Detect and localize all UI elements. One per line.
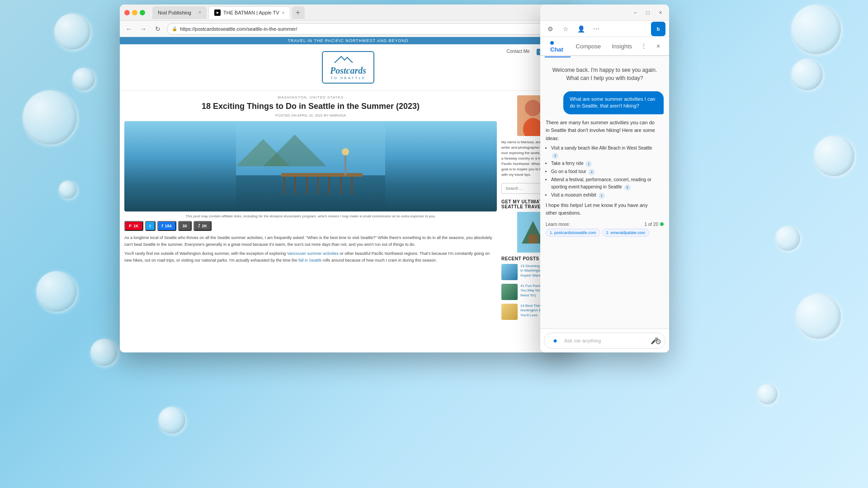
browser-tabs: Nod Publishing × ▶ THE BATMAN | Apple TV…: [152, 6, 572, 19]
forward-button[interactable]: →: [138, 23, 149, 34]
tab-insights-label: Insights: [612, 43, 632, 50]
tab-insights[interactable]: Insights: [606, 39, 637, 53]
close-window-btn[interactable]: [124, 10, 130, 15]
logo-sub-text: TO SEATTLE: [330, 76, 366, 80]
fall-seattle-link[interactable]: fall in Seattle: [298, 258, 322, 263]
bing-minimize-btn[interactable]: −: [630, 8, 640, 18]
twitter-share-btn[interactable]: t: [145, 221, 156, 231]
bing-nav-more: ⋮ ×: [637, 40, 665, 52]
article-location: WASHINGTON, UNITED STATES: [124, 95, 497, 99]
more-options-icon[interactable]: ⋯: [590, 23, 603, 35]
ref-4[interactable]: 3: [624, 184, 631, 191]
source-chips: 1. postcardstoseattle.com 2. emeraldpala…: [546, 229, 664, 237]
bing-close-btn[interactable]: ×: [656, 8, 665, 18]
bing-response-outro: I hope this helps! Let me know if you ha…: [546, 202, 658, 217]
browser-window: Nod Publishing × ▶ THE BATMAN | Apple TV…: [120, 5, 576, 352]
bing-logo-btn[interactable]: b: [651, 22, 665, 36]
svg-rect-1: [236, 175, 385, 211]
nav-close-icon[interactable]: ×: [652, 40, 665, 52]
profile-icon[interactable]: 👤: [575, 23, 587, 35]
nav-more-icon[interactable]: ⋮: [637, 40, 650, 52]
ref-5[interactable]: 1: [599, 192, 605, 199]
tab-nod-publishing-label: Nod Publishing: [158, 10, 191, 15]
status-dot: [660, 222, 664, 226]
tab-compose-label: Compose: [576, 43, 601, 50]
contact-link[interactable]: Contact Me: [507, 49, 530, 55]
tab-batman-close[interactable]: ×: [282, 10, 285, 15]
refresh-button[interactable]: ↻: [152, 23, 163, 34]
share-btn[interactable]: ⤴ 2K: [193, 221, 212, 231]
site-banner-text: TRAVEL IN THE PACIFIC NORTHWEST AND BEYO…: [288, 38, 409, 43]
svg-rect-4: [281, 173, 363, 177]
minimize-window-btn[interactable]: [132, 10, 137, 15]
bing-maximize-btn[interactable]: □: [643, 8, 653, 18]
site-content: Contact Me Work With Me Postcards TO SEA…: [120, 44, 576, 352]
bing-settings-bottom-btn[interactable]: ⚙: [652, 335, 665, 348]
maximize-window-btn[interactable]: [140, 10, 145, 15]
bing-input-placeholder-text[interactable]: Ask me anything: [564, 338, 645, 343]
favorites-icon[interactable]: ☆: [559, 23, 572, 35]
bing-input-box: ● Ask me anything 🎤: [544, 333, 665, 349]
source-chip-2[interactable]: 2. emeraldpalate.com: [602, 229, 650, 237]
ref-2[interactable]: 1: [585, 161, 592, 167]
settings-icon[interactable]: ⚙: [544, 23, 557, 35]
recent-post-img-2: [501, 284, 518, 300]
tab-nod-publishing-close[interactable]: ×: [198, 10, 201, 15]
unknown-share-btn[interactable]: 30: [178, 221, 192, 231]
svg-rect-11: [351, 177, 353, 195]
learn-more-label: Learn more:: [546, 222, 570, 227]
bing-input-bing-icon[interactable]: ●: [550, 335, 561, 346]
article-title: 18 Exciting Things to Do in Seattle in t…: [124, 101, 497, 112]
tab-chat[interactable]: Chat: [545, 36, 571, 56]
tab-nod-publishing[interactable]: Nod Publishing ×: [152, 6, 207, 19]
logo-box: Postcards TO SEATTLE: [322, 51, 374, 84]
unknown-count: 30: [183, 224, 187, 228]
logo-main-text: Postcards: [330, 66, 366, 76]
svg-rect-5: [283, 177, 285, 195]
svg-rect-19: [528, 235, 538, 244]
bing-toolbar: ⚙ ☆ 👤 ⋯ b: [540, 21, 669, 37]
tab-compose[interactable]: Compose: [571, 39, 607, 53]
user-message-bubble: What are some summer activities I can do…: [563, 91, 664, 114]
pinterest-icon: P: [129, 224, 132, 228]
new-tab-btn[interactable]: +: [292, 6, 305, 19]
article-left: WASHINGTON, UNITED STATES 18 Exciting Th…: [124, 95, 497, 324]
lock-icon: 🔒: [172, 26, 177, 31]
article-main: WASHINGTON, UNITED STATES 18 Exciting Th…: [120, 91, 576, 328]
ref-3[interactable]: 2: [589, 169, 595, 175]
address-bar[interactable]: 🔒 https://postcardstoseattle.com/seattle…: [167, 23, 573, 35]
bing-chat-panel: − □ × ⚙ ☆ 👤 ⋯ b Chat Compose Insights ⋮ …: [540, 5, 669, 352]
svg-rect-10: [340, 177, 341, 195]
tab-batman[interactable]: ▶ THE BATMAN | Apple TV ×: [208, 6, 290, 19]
pinterest-share-btn[interactable]: P 1K: [124, 221, 143, 231]
facebook-share-btn[interactable]: f 184: [157, 221, 176, 231]
site-header: Contact Me Work With Me Postcards TO SEA…: [120, 44, 576, 91]
share-icon: ⤴: [198, 224, 200, 228]
svg-point-13: [342, 148, 349, 155]
svg-rect-7: [306, 177, 307, 195]
site-banner: TRAVEL IN THE PACIFIC NORTHWEST AND BEYO…: [120, 37, 576, 44]
traffic-lights: [124, 10, 145, 15]
facebook-icon: f: [162, 224, 163, 228]
list-item: Visit a sandy beach like Alki Beach in W…: [551, 145, 658, 159]
site-logo[interactable]: Postcards TO SEATTLE: [322, 51, 374, 84]
facebook-count: 184: [165, 224, 172, 228]
bing-response-message: There are many fun summer activities you…: [546, 119, 658, 217]
list-item: Attend a festival, performance, concert,…: [551, 176, 658, 191]
source-chip-1[interactable]: 1. postcardstoseattle.com: [546, 229, 600, 237]
ref-1[interactable]: 3: [552, 153, 558, 159]
list-item: Take a ferry ride 1: [551, 160, 658, 167]
bing-input-area: ● Ask me anything 🎤: [540, 328, 669, 352]
bing-welcome-message: Welcome back. I'm happy to see you again…: [546, 61, 664, 87]
tab-batman-label: THE BATMAN | Apple TV: [223, 10, 279, 15]
back-button[interactable]: ←: [123, 23, 134, 34]
vancouver-link[interactable]: Vancouver summer activities: [287, 251, 339, 256]
pinterest-count: 1K: [133, 224, 139, 228]
article-hero-image: [124, 121, 497, 211]
list-item: Go on a food tour 2: [551, 168, 658, 175]
bing-nav-tabs: Chat Compose Insights ⋮ ×: [540, 37, 669, 56]
logo-mountains-icon: [330, 55, 357, 64]
url-text: https://postcardstoseattle.com/seattle-i…: [180, 26, 297, 32]
twitter-icon: t: [150, 224, 151, 228]
svg-rect-6: [295, 177, 296, 195]
